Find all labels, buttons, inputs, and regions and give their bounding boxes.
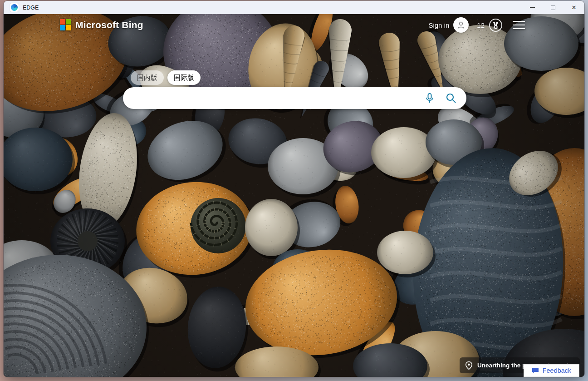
bing-logo[interactable]: Microsoft Bing: [60, 19, 143, 30]
close-button[interactable]: ✕: [564, 1, 584, 14]
search-bar-icons: [424, 93, 466, 104]
avatar[interactable]: [453, 17, 469, 33]
search-icon[interactable]: [446, 93, 456, 104]
search-input[interactable]: [134, 87, 424, 109]
window-title: EDGE: [23, 5, 39, 11]
microsoft-logo-icon: [60, 19, 71, 30]
minimize-icon: [530, 7, 535, 8]
rewards-medal-icon[interactable]: [489, 18, 503, 32]
maximize-button[interactable]: [543, 1, 564, 14]
version-tabs: 国内版 国际版: [131, 70, 201, 85]
microphone-icon[interactable]: [424, 93, 435, 104]
feedback-button[interactable]: Feedback: [524, 364, 579, 377]
titlebar: EDGE ✕: [4, 1, 584, 14]
speech-bubble-icon: [532, 367, 539, 374]
bing-logo-text: Microsoft Bing: [75, 20, 143, 30]
rewards-points[interactable]: 12: [477, 21, 485, 29]
tab-international-version[interactable]: 国际版: [167, 70, 201, 85]
account-cluster: Sign in 12: [428, 14, 525, 36]
bing-homepage: Microsoft Bing Sign in 12 国内版: [4, 14, 584, 377]
image-info-text: Unearthing the pa: [477, 362, 529, 369]
browser-window: EDGE ✕ Microsoft Bing Sign in: [4, 1, 584, 377]
edge-logo-icon: [10, 3, 19, 12]
maximize-icon: [551, 5, 555, 10]
search-bar: [123, 87, 466, 109]
person-icon: [456, 20, 466, 30]
tab-domestic-version[interactable]: 国内版: [131, 70, 164, 85]
feedback-label: Feedback: [543, 367, 572, 374]
minimize-button[interactable]: [522, 1, 543, 14]
close-icon: ✕: [572, 5, 577, 10]
background-photo-pebbles-fossils: [4, 14, 584, 377]
location-pin-icon: [465, 361, 473, 370]
window-controls: ✕: [522, 1, 584, 14]
hamburger-menu-icon[interactable]: [513, 21, 525, 29]
sign-in-link[interactable]: Sign in: [428, 21, 449, 29]
